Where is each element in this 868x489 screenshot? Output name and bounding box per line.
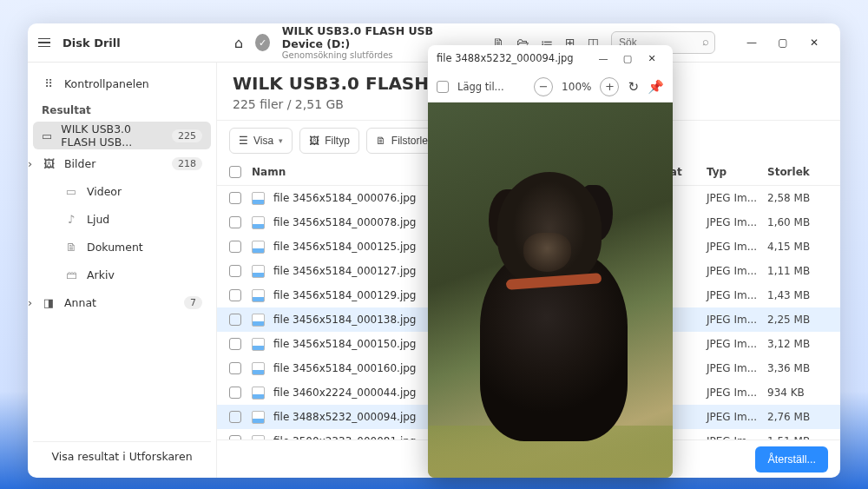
pin-icon[interactable]: 📌 [648,79,664,95]
row-checkbox[interactable] [229,362,241,374]
row-checkbox[interactable] [229,387,241,399]
preview-window: file 3488x5232_000094.jpg — ▢ ✕ Lägg til… [428,45,673,478]
filetype-label: Filtyp [325,135,350,147]
zoom-level: 100% [562,81,591,93]
file-size: 2,76 MB [767,411,828,423]
file-icon [252,338,265,351]
show-in-explorer-button[interactable]: Visa resultat i Utforskaren [33,441,211,471]
sidebar-section-results: Resultat [33,97,211,122]
close-button[interactable]: ✕ [799,30,830,56]
file-icon [252,411,265,424]
file-size: 2,58 MB [767,192,828,204]
file-type: JPEG Im... [707,314,767,326]
drive-icon: ▭ [42,129,52,142]
sidebar-item-label: Annat [64,296,96,309]
sidebar-item-label: Arkiv [87,268,115,281]
file-size: 2,25 MB [767,314,828,326]
other-icon: ◨ [42,296,56,309]
select-all-checkbox[interactable] [229,166,241,178]
preview-maximize-button[interactable]: ▢ [615,48,640,69]
view-button[interactable]: ☰ Visa ▾ [229,128,293,154]
minimize-button[interactable]: — [736,30,767,56]
preview-filename: file 3488x5232_000094.jpg [437,52,591,64]
row-checkbox[interactable] [229,192,241,204]
preview-close-button[interactable]: ✕ [640,48,664,69]
filetype-button[interactable]: 🖼 Filtyp [299,128,359,154]
file-size: 1,43 MB [767,289,828,301]
sidebar-item-other[interactable]: ◨ Annat 7 [33,288,211,316]
file-type: JPEG Im... [707,411,767,423]
menu-icon[interactable] [38,38,50,48]
grid-dots-icon: ⠿ [42,77,56,90]
file-icon [252,192,265,205]
rotate-icon[interactable]: ↻ [628,79,639,95]
file-icon [252,387,265,400]
sidebar-item-documents[interactable]: 🗎 Dokument [33,233,211,261]
restore-button[interactable]: Återställ... [755,446,828,472]
doc-small-icon: 🗎 [376,135,386,147]
file-type: JPEG Im... [707,192,767,204]
preview-minimize-button[interactable]: — [591,48,615,69]
file-size: 1,11 MB [767,265,828,277]
row-checkbox[interactable] [229,338,241,350]
video-icon: ▭ [64,185,78,198]
sidebar: ⠿ Kontrollpanelen Resultat ▭ WILK USB3.0… [28,63,217,478]
file-icon [252,216,265,229]
search-icon[interactable]: ⌕ [702,35,709,48]
count-badge: 7 [184,296,202,309]
sidebar-item-device[interactable]: ▭ WILK USB3.0 FLASH USB... 225 [33,122,211,149]
count-badge: 225 [172,129,202,142]
file-icon [252,289,265,302]
file-icon [252,314,265,327]
filesize-label: Filstorlek [391,135,433,147]
sidebar-label: Kontrollpanelen [64,77,149,90]
count-badge: 218 [172,157,202,170]
row-checkbox[interactable] [229,265,241,277]
sidebar-item-label: WILK USB3.0 FLASH USB... [61,122,163,149]
file-type: JPEG Im... [707,362,767,374]
home-icon[interactable]: ⌂ [234,35,243,51]
sidebar-item-audio[interactable]: ♪ Ljud [33,205,211,233]
file-type: JPEG Im... [707,216,767,228]
file-type: JPEG Im... [707,265,767,277]
row-checkbox[interactable] [229,289,241,301]
view-label: Visa [253,135,273,147]
file-size: 3,36 MB [767,362,828,374]
file-size: 4,15 MB [767,241,828,253]
window-controls: — ▢ ✕ [736,30,830,56]
image-icon: 🖼 [42,157,56,170]
row-checkbox[interactable] [229,216,241,228]
file-size: 934 KB [767,387,828,399]
file-icon [252,265,265,278]
sidebar-item-videos[interactable]: ▭ Videor [33,177,211,205]
file-type: JPEG Im... [707,241,767,253]
col-size[interactable]: Storlek [767,166,828,178]
row-checkbox[interactable] [229,411,241,423]
maximize-button[interactable]: ▢ [767,30,799,56]
add-to-label[interactable]: Lägg til... [457,81,504,93]
file-icon [252,362,265,375]
archive-icon: 🗃 [64,268,78,281]
sidebar-item-label: Videor [87,185,122,198]
sidebar-item-label: Dokument [87,241,143,254]
row-checkbox[interactable] [229,314,241,326]
zoom-in-button[interactable]: + [600,77,619,96]
file-type: JPEG Im... [707,289,767,301]
preview-image [428,102,673,478]
image-small-icon: 🖼 [309,135,319,147]
preview-toolbar: Lägg til... − 100% + ↻ 📌 [428,71,673,102]
sidebar-control-panel[interactable]: ⠿ Kontrollpanelen [33,69,211,97]
chevron-down-icon: ▾ [279,136,283,145]
row-checkbox[interactable] [229,241,241,253]
preview-titlebar: file 3488x5232_000094.jpg — ▢ ✕ [428,45,673,71]
file-size: 1,60 MB [767,216,828,228]
document-icon: 🗎 [64,241,78,254]
sidebar-item-images[interactable]: 🖼 Bilder 218 [33,149,211,177]
zoom-out-button[interactable]: − [534,77,553,96]
sidebar-item-archives[interactable]: 🗃 Arkiv [33,261,211,288]
app-title: Disk Drill [62,36,219,50]
preview-select-checkbox[interactable] [437,81,449,93]
preview-window-controls: — ▢ ✕ [591,48,664,69]
col-type[interactable]: Typ [707,166,767,178]
file-icon [252,241,265,254]
